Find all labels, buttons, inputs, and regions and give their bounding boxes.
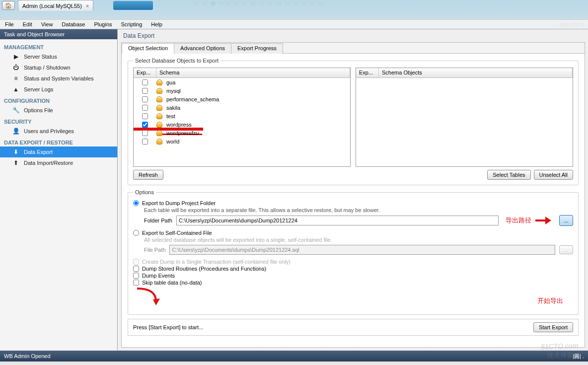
sidebar-item-label: Status and System Variables — [24, 75, 93, 81]
database-icon — [156, 138, 165, 145]
radio-dump-folder-label: Export to Dump Project Folder — [142, 200, 216, 206]
schema-checkbox[interactable] — [142, 88, 148, 94]
sidebar-item-icon: ⏻ — [12, 64, 20, 72]
sidebar-item[interactable]: ≡Status and System Variables — [0, 73, 117, 84]
annotation-path: 导出路径 — [506, 216, 531, 225]
schema-checkbox[interactable] — [142, 105, 148, 111]
schema-checkbox[interactable] — [142, 130, 148, 136]
menu-plugins[interactable]: Plugins — [94, 21, 112, 27]
sidebar-item-label: Server Logs — [24, 86, 53, 92]
menu-file[interactable]: File — [5, 21, 14, 27]
col-objects[interactable]: Schema Objects — [379, 68, 573, 77]
select-objects-legend: Select Database Objects to Export — [133, 58, 220, 64]
start-export-button[interactable]: Start Export — [533, 322, 573, 332]
sidebar-item-label: Options File — [24, 107, 53, 113]
sidebar-item[interactable]: ⬆Data Import/Restore — [0, 157, 117, 168]
database-icon — [156, 121, 165, 128]
close-icon[interactable]: × — [86, 3, 89, 9]
browse-file-button: ... — [559, 245, 573, 254]
schema-row[interactable]: wordpressfzu — [134, 129, 350, 137]
self-contained-note: All selected database objects will be ex… — [144, 237, 573, 243]
menu-view[interactable]: View — [41, 21, 53, 27]
schema-name: wordpressfzu — [165, 130, 199, 136]
menu-help[interactable]: Help — [151, 21, 162, 27]
content-area: Data Export Object Selection Advanced Op… — [118, 29, 588, 351]
radio-self-contained[interactable] — [133, 230, 139, 236]
sidebar-item[interactable]: ▶Server Status — [0, 51, 117, 62]
menu-scripting[interactable]: Scripting — [121, 21, 143, 27]
check-skip-data[interactable] — [133, 280, 139, 286]
page-title: Data Export — [118, 29, 588, 42]
schema-checkbox[interactable] — [142, 139, 148, 145]
home-button[interactable]: 🏠 — [2, 1, 15, 10]
sidebar: Task and Object Browser MANAGEMENT▶Serve… — [0, 29, 118, 351]
menu-database[interactable]: Database — [62, 21, 85, 27]
sidebar-item-label: Startup / Shutdown — [24, 65, 71, 71]
menu-bar: File Edit View Database Plugins Scriptin… — [0, 19, 588, 29]
options-group: Options Export to Dump Project Folder Ea… — [128, 189, 579, 315]
schema-row[interactable]: wordpress — [134, 120, 350, 129]
schema-list[interactable]: Exp... Schema guamysqlperformance_schema… — [133, 68, 351, 167]
col-exp[interactable]: Exp... — [134, 68, 156, 77]
schema-checkbox[interactable] — [142, 122, 148, 128]
tab-advanced-options[interactable]: Advanced Options — [174, 43, 231, 54]
status-right: |圓| . — [573, 353, 584, 360]
sidebar-item[interactable]: 👤Users and Privileges — [0, 126, 117, 137]
tab-object-selection[interactable]: Object Selection — [122, 43, 174, 54]
toolbar-button-ghost — [113, 1, 153, 10]
schema-objects-list[interactable]: Exp... Schema Objects — [356, 68, 573, 167]
check-stored-routines[interactable] — [133, 266, 139, 272]
sidebar-item-icon: ≡ — [12, 74, 20, 82]
sidebar-item-icon: ▶ — [12, 53, 20, 61]
refresh-button[interactable]: Refresh — [133, 170, 163, 180]
tab-export-progress[interactable]: Export Progress — [231, 43, 283, 54]
check-dump-events[interactable] — [133, 273, 139, 279]
menu-edit[interactable]: Edit — [23, 21, 32, 27]
sidebar-title: Task and Object Browser — [0, 29, 117, 39]
sidebar-item[interactable]: ▲Server Logs — [0, 84, 117, 95]
select-objects-group: Select Database Objects to Export Exp...… — [128, 58, 579, 185]
col-exp2[interactable]: Exp... — [356, 68, 379, 77]
sidebar-item-label: Server Status — [24, 54, 57, 60]
schema-name: test — [165, 113, 175, 119]
unselect-all-button[interactable]: Unselect All — [534, 170, 573, 180]
col-schema[interactable]: Schema — [156, 68, 350, 77]
oracle-logo: ORACLE — [559, 22, 585, 28]
schema-row[interactable]: sakila — [134, 103, 350, 112]
check-skip-data-label: Skip table data (no-data) — [142, 280, 202, 286]
check-single-transaction — [133, 259, 139, 265]
schema-row[interactable]: mysql — [134, 86, 350, 95]
schema-name: sakila — [165, 105, 180, 111]
schema-checkbox[interactable] — [142, 96, 148, 102]
sidebar-item-label: Data Export — [24, 149, 53, 155]
browse-folder-button[interactable]: ... — [559, 215, 573, 226]
status-text: WB Admin Opened — [4, 353, 51, 359]
database-icon — [156, 96, 165, 103]
database-icon — [156, 104, 165, 111]
database-icon — [156, 79, 165, 86]
window-tab[interactable]: Admin (Local MySQL55) × — [18, 0, 93, 11]
sidebar-item[interactable]: ⏻Startup / Shutdown — [0, 62, 117, 73]
schema-checkbox[interactable] — [142, 113, 148, 119]
sidebar-item[interactable]: ⬇Data Export — [0, 146, 117, 157]
sidebar-heading: MANAGEMENT — [0, 41, 117, 51]
radio-dump-folder[interactable] — [133, 200, 139, 206]
schema-row[interactable]: performance_schema — [134, 95, 350, 103]
sidebar-item[interactable]: 🔧Options File — [0, 105, 117, 116]
folder-path-label: Folder Path — [144, 218, 172, 223]
press-hint: Press [Start Export] to start... — [133, 324, 203, 330]
schema-name: performance_schema — [165, 96, 219, 102]
schema-row[interactable]: test — [134, 112, 350, 120]
status-bar: WB Admin Opened |圓| . — [0, 351, 588, 362]
folder-path-input[interactable] — [176, 216, 499, 225]
select-tables-button[interactable]: Select Tables — [487, 170, 530, 180]
file-path-label: File Path — [144, 247, 165, 253]
sidebar-item-icon: 👤 — [12, 127, 20, 135]
check-stored-routines-label: Dump Stored Routines (Procedures and Fun… — [142, 266, 266, 272]
schema-row[interactable]: gua — [134, 78, 350, 86]
tab-title: Admin (Local MySQL55) — [22, 3, 82, 9]
schema-row[interactable]: world — [134, 137, 350, 146]
sidebar-heading: SECURITY — [0, 116, 117, 126]
schema-name: gua — [165, 79, 175, 85]
schema-checkbox[interactable] — [142, 79, 148, 85]
